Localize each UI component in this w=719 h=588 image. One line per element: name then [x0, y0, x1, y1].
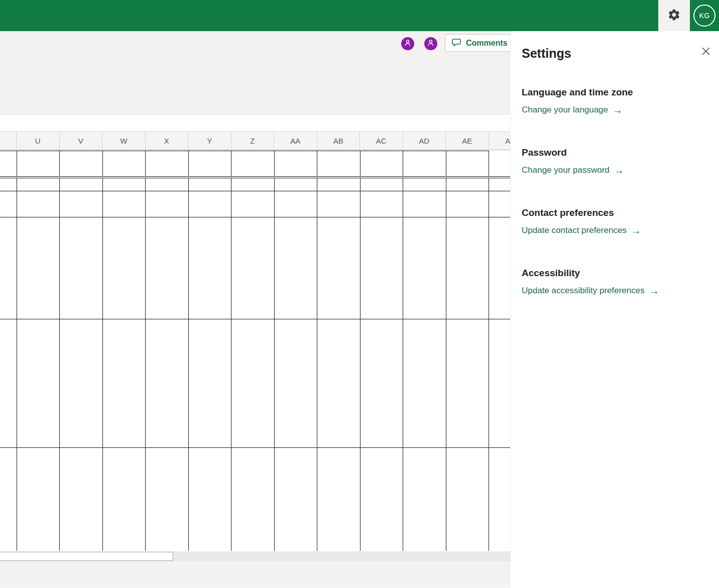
- grid-cell[interactable]: [17, 319, 60, 448]
- grid-cell[interactable]: [188, 217, 231, 319]
- grid-cell[interactable]: [60, 151, 103, 178]
- grid-cell[interactable]: [231, 177, 275, 191]
- column-header[interactable]: W: [102, 132, 146, 150]
- grid-cell[interactable]: [188, 319, 231, 448]
- spreadsheet-grid[interactable]: [0, 151, 532, 551]
- update-contact-preferences-link[interactable]: Update contact preferences →: [522, 225, 641, 236]
- grid-cell[interactable]: [403, 448, 446, 551]
- grid-cell[interactable]: [0, 319, 17, 448]
- grid-cell[interactable]: [17, 191, 60, 217]
- settings-section-accessibility: Accessibility Update accessibility prefe…: [522, 267, 702, 296]
- grid-cell[interactable]: [146, 217, 189, 319]
- grid-cell[interactable]: [446, 151, 489, 178]
- grid-cell[interactable]: [446, 448, 489, 551]
- grid-cell[interactable]: [188, 448, 231, 551]
- grid-cell[interactable]: [60, 191, 103, 217]
- grid-cell[interactable]: [102, 151, 146, 178]
- presence-avatar[interactable]: [401, 37, 414, 50]
- grid-cell[interactable]: [317, 177, 361, 191]
- grid-cell[interactable]: [60, 177, 103, 191]
- arrow-right-icon: →: [614, 166, 624, 175]
- grid-cell[interactable]: [188, 151, 231, 178]
- grid-cell[interactable]: [274, 448, 317, 551]
- grid-cell[interactable]: [146, 191, 189, 217]
- grid-cell[interactable]: [102, 448, 146, 551]
- grid-cell[interactable]: [146, 177, 189, 191]
- grid-cell[interactable]: [274, 151, 317, 178]
- column-header[interactable]: AE: [446, 132, 489, 150]
- grid-cell[interactable]: [146, 151, 189, 178]
- grid-cell[interactable]: [360, 319, 403, 448]
- horizontal-scrollbar-thumb[interactable]: [0, 552, 173, 561]
- grid-cell[interactable]: [146, 319, 189, 448]
- close-settings-button[interactable]: [700, 46, 712, 58]
- grid-cell[interactable]: [274, 319, 317, 448]
- grid-cell[interactable]: [60, 448, 103, 551]
- grid-cell[interactable]: [446, 191, 489, 217]
- grid-cell[interactable]: [360, 191, 403, 217]
- column-header[interactable]: AD: [403, 132, 446, 150]
- column-header[interactable]: AA: [274, 132, 317, 150]
- settings-button[interactable]: [658, 0, 690, 31]
- change-language-link[interactable]: Change your language →: [522, 105, 623, 115]
- grid-cell[interactable]: [360, 448, 403, 551]
- grid-cell[interactable]: [0, 217, 17, 319]
- grid-cell[interactable]: [0, 151, 17, 178]
- column-header-row: UVWXYZAAABACADAEAF: [0, 131, 532, 150]
- grid-cell[interactable]: [102, 191, 146, 217]
- grid-cell[interactable]: [317, 217, 361, 319]
- grid-cell[interactable]: [188, 177, 231, 191]
- grid-cell[interactable]: [317, 151, 361, 178]
- column-header[interactable]: Y: [188, 132, 231, 150]
- grid-cell[interactable]: [231, 448, 275, 551]
- grid-cell[interactable]: [274, 191, 317, 217]
- column-header[interactable]: V: [60, 132, 103, 150]
- grid-cell[interactable]: [446, 319, 489, 448]
- column-header[interactable]: AC: [360, 132, 403, 150]
- column-header[interactable]: Z: [231, 132, 275, 150]
- presence-avatar[interactable]: [424, 37, 437, 50]
- column-header[interactable]: [0, 132, 17, 150]
- grid-cell[interactable]: [102, 177, 146, 191]
- grid-cell[interactable]: [102, 319, 146, 448]
- grid-row: [0, 177, 532, 191]
- grid-cell[interactable]: [274, 217, 317, 319]
- grid-cell[interactable]: [231, 191, 275, 217]
- grid-cell[interactable]: [403, 319, 446, 448]
- grid-cell[interactable]: [0, 177, 17, 191]
- grid-cell[interactable]: [360, 151, 403, 178]
- grid-cell[interactable]: [188, 191, 231, 217]
- grid-cell[interactable]: [403, 151, 446, 178]
- grid-cell[interactable]: [17, 151, 60, 178]
- grid-cell[interactable]: [146, 448, 189, 551]
- grid-cell[interactable]: [446, 217, 489, 319]
- grid-cell[interactable]: [317, 448, 361, 551]
- change-password-link[interactable]: Change your password →: [522, 165, 624, 175]
- grid-cell[interactable]: [17, 448, 60, 551]
- grid-cell[interactable]: [403, 177, 446, 191]
- grid-cell[interactable]: [60, 319, 103, 448]
- grid-cell[interactable]: [17, 177, 60, 191]
- grid-cell[interactable]: [360, 177, 403, 191]
- grid-cell[interactable]: [360, 217, 403, 319]
- grid-cell[interactable]: [231, 319, 275, 448]
- column-header[interactable]: AB: [317, 132, 361, 150]
- grid-cell[interactable]: [403, 191, 446, 217]
- grid-cell[interactable]: [17, 217, 60, 319]
- column-header[interactable]: X: [146, 132, 189, 150]
- grid-cell[interactable]: [317, 191, 361, 217]
- grid-cell[interactable]: [317, 319, 361, 448]
- grid-cell[interactable]: [60, 217, 103, 319]
- grid-cell[interactable]: [0, 191, 17, 217]
- grid-cell[interactable]: [231, 217, 275, 319]
- update-accessibility-preferences-link[interactable]: Update accessibility preferences →: [522, 286, 659, 296]
- grid-cell[interactable]: [102, 217, 146, 319]
- horizontal-scrollbar-track[interactable]: [0, 551, 532, 561]
- grid-cell[interactable]: [0, 448, 17, 551]
- grid-cell[interactable]: [403, 217, 446, 319]
- grid-cell[interactable]: [274, 177, 317, 191]
- account-button[interactable]: KG: [690, 0, 719, 31]
- column-header[interactable]: U: [17, 132, 60, 150]
- grid-cell[interactable]: [446, 177, 489, 191]
- grid-cell[interactable]: [231, 151, 275, 178]
